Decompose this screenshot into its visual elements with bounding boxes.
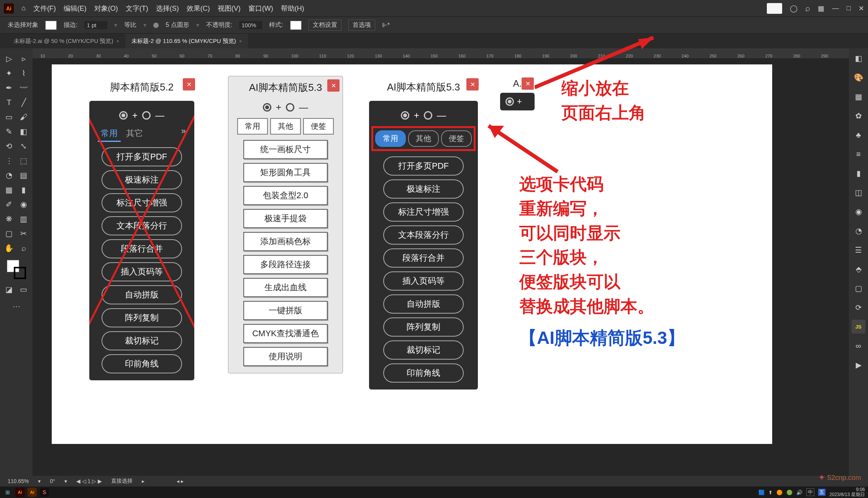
stroke-width-input[interactable]	[84, 21, 107, 29]
taskbar-app-s[interactable]: S	[40, 488, 49, 497]
tray-icon[interactable]: 🟢	[786, 490, 793, 495]
close-icon[interactable]: ×	[239, 38, 242, 44]
cloud-icon[interactable]: ◯	[790, 4, 797, 13]
close-button[interactable]: ✕	[522, 77, 534, 90]
mini-panel[interactable]: +	[500, 93, 535, 110]
properties-icon[interactable]: ◧	[852, 51, 865, 65]
play-icon[interactable]: ▶	[852, 358, 865, 372]
canvas[interactable]: 脚本精简版5.2 ✕ + — 常用 其它 » 打开多页PDF极速标注标注尺寸增强…	[33, 58, 849, 476]
radio-2[interactable]	[286, 103, 294, 112]
link-icon[interactable]: ∞	[852, 339, 865, 353]
slice-tool-icon[interactable]: ✂	[16, 226, 31, 241]
script-button[interactable]: 插入页码等	[102, 262, 182, 281]
zoom-tool-icon[interactable]: ⌕	[16, 241, 31, 255]
close-button[interactable]: ✕	[327, 79, 340, 92]
tray-icon[interactable]: 🟦	[758, 490, 765, 495]
menu-object[interactable]: 对象(O)	[94, 4, 118, 13]
script-button[interactable]: 裁切标记	[383, 340, 464, 360]
script-button[interactable]: 段落行合并	[383, 248, 464, 268]
tab-common[interactable]: 常用	[375, 130, 406, 147]
script-button[interactable]: 极速标注	[383, 179, 464, 199]
appearance-icon[interactable]: ◉	[852, 205, 865, 219]
script-button[interactable]: 添加画稿色标	[243, 232, 328, 251]
fill-swatch[interactable]	[45, 21, 57, 30]
prefs-button[interactable]: 首选项	[348, 20, 375, 31]
rect-tool-icon[interactable]: ▭	[2, 110, 16, 124]
selection-tool-icon[interactable]: ▷	[2, 51, 16, 66]
artboards-icon[interactable]: ▢	[852, 281, 865, 295]
script-button[interactable]: 生成出血线	[243, 278, 328, 297]
menu-edit[interactable]: 编辑(E)	[64, 4, 87, 13]
taskbar-app-ai[interactable]: Ai	[15, 488, 25, 497]
artboard-tool-icon[interactable]: ▢	[2, 226, 16, 241]
script-button[interactable]: 极速手提袋	[243, 209, 328, 228]
script-button[interactable]: 标注尺寸增强	[102, 193, 182, 212]
edit-toolbar-icon[interactable]: ⋯	[9, 299, 24, 314]
tray-volume-icon[interactable]: 🔊	[796, 490, 802, 495]
arrange-icon[interactable]: ▦	[818, 4, 824, 13]
script-button[interactable]: 自动拼版	[383, 294, 464, 314]
radio-2[interactable]	[142, 111, 151, 120]
menu-file[interactable]: 文件(F)	[33, 4, 56, 13]
script-button[interactable]: 插入页码等	[383, 271, 464, 291]
radio-1[interactable]	[119, 111, 128, 120]
stroke-panel-icon[interactable]: ≡	[852, 147, 865, 161]
taskbar-app-ai2[interactable]: Ai	[28, 488, 37, 497]
chevron-right-icon[interactable]: »	[181, 126, 186, 142]
script-button[interactable]: 文本段落分行	[383, 225, 464, 245]
eraser-tool-icon[interactable]: ◧	[16, 124, 31, 139]
radio-icon[interactable]	[505, 97, 514, 106]
menu-type[interactable]: 文字(T)	[126, 4, 148, 13]
close-button[interactable]: ✕	[183, 78, 195, 90]
tray-icon[interactable]: ⬆	[768, 490, 773, 495]
tab-notes[interactable]: 便签	[303, 118, 334, 135]
radio-1[interactable]	[263, 103, 271, 112]
script-button[interactable]: 文本段落分行	[102, 216, 182, 235]
hand-tool-icon[interactable]: ✋	[2, 241, 16, 255]
rotation[interactable]: 0°	[50, 478, 55, 484]
transparency-icon[interactable]: ◫	[852, 186, 865, 199]
artboard-nav[interactable]: ◀ ◁ 1 ▷ ▶	[76, 478, 102, 484]
script-button[interactable]: 打开多页PDF	[102, 147, 182, 166]
radio-1[interactable]	[401, 111, 409, 120]
radio-2[interactable]	[424, 111, 432, 120]
tray-ime[interactable]: 中	[806, 488, 814, 496]
script-button[interactable]: 段落行合并	[102, 239, 182, 258]
rotate-tool-icon[interactable]: ⟲	[2, 139, 16, 153]
close-icon[interactable]: ×	[116, 38, 119, 44]
menu-window[interactable]: 窗口(W)	[248, 4, 273, 13]
script-button[interactable]: 阵列复制	[102, 308, 182, 327]
opacity-input[interactable]	[239, 21, 262, 29]
symbols-icon[interactable]: ♣	[852, 128, 865, 142]
swatches-icon[interactable]: ▦	[852, 90, 865, 104]
zoom-level[interactable]: 110.65%	[8, 478, 29, 484]
width-tool-icon[interactable]: ⋮	[2, 153, 16, 168]
color-mode-icon[interactable]: ◪	[2, 282, 16, 297]
script-button[interactable]: 印前角线	[102, 354, 182, 373]
script-button[interactable]: 多段路径连接	[243, 255, 328, 274]
align-icon[interactable]: ⊩*	[382, 21, 390, 29]
brush-label[interactable]: 5 点圆形	[166, 21, 189, 29]
direct-select-tool-icon[interactable]: ▹	[16, 51, 31, 66]
maximize-icon[interactable]: □	[847, 4, 851, 12]
script-button[interactable]: 使用说明	[243, 347, 328, 366]
script-button[interactable]: 矩形圆角工具	[243, 163, 328, 182]
script-button[interactable]: 自动拼版	[102, 285, 182, 304]
script-button[interactable]: 统一画板尺寸	[243, 140, 328, 159]
eyedropper-icon[interactable]: ✐	[2, 197, 16, 212]
script-button[interactable]: 裁切标记	[102, 331, 182, 350]
wand-tool-icon[interactable]: ✦	[2, 66, 16, 81]
tab-other[interactable]: 其他	[408, 130, 439, 147]
doc-tab-2[interactable]: 未标题-2 @ 110.65 % (CMYK/CPU 预览)×	[125, 34, 248, 48]
script-button[interactable]: 打开多页PDF	[383, 156, 464, 176]
curve-tool-icon[interactable]: 〰	[16, 81, 31, 95]
brush-tool-icon[interactable]: 🖌	[16, 110, 31, 124]
script-button[interactable]: 阵列复制	[383, 317, 464, 337]
script-button[interactable]: 一键拼版	[243, 301, 328, 320]
menu-view[interactable]: 视图(V)	[218, 4, 241, 13]
perspective-icon[interactable]: ▤	[16, 168, 31, 182]
blend-tool-icon[interactable]: ◉	[16, 197, 31, 212]
home-icon[interactable]: ⌂	[21, 4, 26, 12]
tab-notes[interactable]: 便签	[441, 130, 472, 147]
graph-tool-icon[interactable]: ▥	[16, 212, 31, 226]
